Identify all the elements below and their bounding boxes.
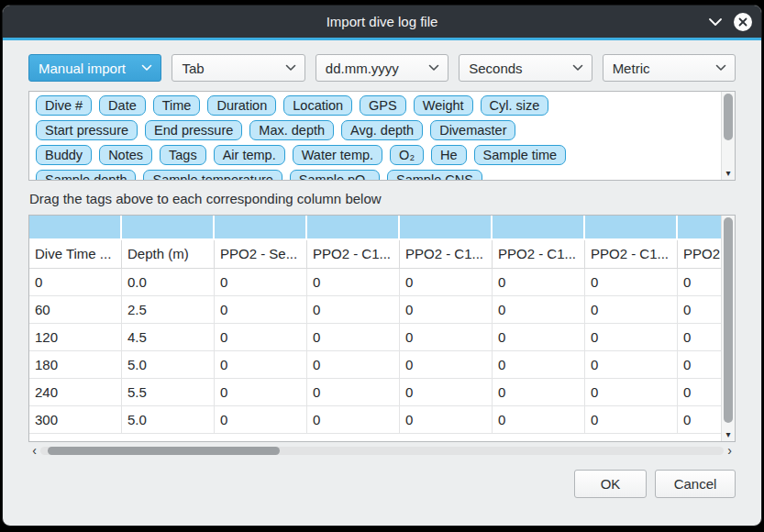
- units-value: Metric: [613, 61, 650, 76]
- tag-he[interactable]: He: [431, 145, 467, 165]
- date-format-select[interactable]: dd.mm.yyyy: [316, 54, 448, 82]
- table-cell: 0: [307, 324, 400, 351]
- tag-notes[interactable]: Notes: [99, 145, 152, 165]
- close-icon: [734, 13, 752, 31]
- tag-row: BuddyNotesTagsAir temp.Water temp.O₂HeSa…: [36, 145, 714, 165]
- tag-sample-po[interactable]: Sample pO₂: [290, 170, 380, 180]
- table-hscrollbar[interactable]: ‹ ›: [28, 444, 736, 458]
- column-header[interactable]: PPO2 - C1...: [585, 240, 678, 268]
- tag-sample-depth[interactable]: Sample depth: [36, 170, 136, 180]
- table-cell: 0: [493, 296, 585, 324]
- dialog-buttons: OK Cancel: [28, 470, 736, 498]
- table-cell: 0: [678, 269, 722, 296]
- column-header[interactable]: PPO2 - C1...: [400, 240, 493, 268]
- table-vscrollbar[interactable]: ▾: [721, 216, 735, 441]
- tag-divemaster[interactable]: Divemaster: [430, 120, 515, 140]
- tag-row: Dive #DateTimeDurationLocationGPSWeightC…: [36, 95, 714, 116]
- units-select[interactable]: Metric: [603, 54, 736, 82]
- table-cell: 0: [585, 324, 678, 351]
- hscroll-track[interactable]: [40, 447, 724, 455]
- drag-hint-label: Drag the tags above to each correspondin…: [29, 191, 736, 206]
- table-row: 602.5000000: [29, 296, 722, 324]
- tag-tags[interactable]: Tags: [160, 145, 206, 165]
- cancel-button[interactable]: Cancel: [655, 470, 736, 498]
- scrollbar-thumb[interactable]: [724, 94, 733, 140]
- table-cell: 5.5: [122, 379, 215, 406]
- column-drop-cell[interactable]: [585, 216, 676, 238]
- tag-location[interactable]: Location: [283, 95, 352, 116]
- column-header[interactable]: PPO2 - C1...: [307, 240, 400, 268]
- tag-start-pressure[interactable]: Start pressure: [36, 120, 138, 140]
- tag-buddy[interactable]: Buddy: [36, 145, 92, 165]
- field-separator-select[interactable]: Tab: [172, 54, 304, 82]
- tag-avg-depth[interactable]: Avg. depth: [341, 120, 423, 140]
- scroll-down-arrow-icon[interactable]: ▾: [722, 167, 735, 180]
- window-title: Import dive log file: [327, 14, 438, 29]
- column-header[interactable]: PPO2 - Se...: [215, 240, 307, 268]
- tag-pool: Dive #DateTimeDurationLocationGPSWeightC…: [29, 92, 735, 180]
- scrollbar-thumb[interactable]: [48, 447, 280, 455]
- table-cell: 0: [307, 406, 400, 434]
- tag-gps[interactable]: GPS: [360, 95, 406, 116]
- ok-button[interactable]: OK: [574, 470, 647, 498]
- table-cell: 0.0: [122, 269, 215, 296]
- tag-water-temp[interactable]: Water temp.: [293, 145, 382, 165]
- column-drop-cell[interactable]: [493, 216, 583, 238]
- shade-button[interactable]: [708, 17, 723, 27]
- import-type-select[interactable]: Manual import: [28, 54, 161, 82]
- table-cell: 0: [29, 269, 122, 296]
- table-cell: 0: [678, 406, 722, 434]
- tag-time[interactable]: Time: [153, 95, 201, 116]
- column-header[interactable]: PPO2 - C1...: [493, 240, 585, 268]
- scrollbar-thumb[interactable]: [724, 217, 733, 423]
- scroll-down-arrow-icon[interactable]: ▾: [722, 428, 735, 441]
- tag-cyl-size[interactable]: Cyl. size: [481, 95, 549, 116]
- tag-sample-temperature[interactable]: Sample temperature: [143, 170, 282, 180]
- scroll-right-arrow-icon[interactable]: ›: [724, 444, 736, 458]
- close-button[interactable]: [734, 13, 752, 31]
- column-drop-cell[interactable]: [307, 216, 398, 238]
- column-header[interactable]: Depth (m): [122, 240, 215, 268]
- tag-end-pressure[interactable]: End pressure: [145, 120, 242, 140]
- column-header[interactable]: Dive Time ...: [29, 240, 122, 268]
- table-cell: 0: [215, 406, 307, 434]
- tag-sample-time[interactable]: Sample time: [474, 145, 567, 165]
- column-header-row: Dive Time ...Depth (m)PPO2 - Se...PPO2 -…: [29, 240, 722, 269]
- scroll-left-arrow-icon[interactable]: ‹: [28, 444, 40, 458]
- column-drop-row: [29, 216, 722, 238]
- table-cell: 0: [400, 379, 493, 406]
- tag-row: Start pressureEnd pressureMax. depthAvg.…: [36, 120, 714, 140]
- tag-o[interactable]: O₂: [390, 145, 424, 165]
- table-cell: 0: [585, 269, 678, 296]
- titlebar[interactable]: Import dive log file: [3, 6, 761, 38]
- tag-dive[interactable]: Dive #: [36, 95, 92, 116]
- duration-format-select[interactable]: Seconds: [459, 54, 592, 82]
- tag-sample-cns[interactable]: Sample CNS: [387, 170, 482, 180]
- date-format-value: dd.mm.yyyy: [326, 61, 399, 76]
- tag-weight[interactable]: Weight: [414, 95, 473, 116]
- table-cell: 5.0: [122, 406, 215, 434]
- table-cell: 0: [493, 269, 585, 296]
- table-cell: 0: [585, 379, 678, 406]
- duration-format-value: Seconds: [469, 61, 522, 76]
- column-header[interactable]: PPO2 - C1...: [678, 240, 722, 268]
- tag-max-depth[interactable]: Max. depth: [249, 120, 334, 140]
- table-cell: 0: [307, 379, 400, 406]
- table-row: 1204.5000000: [29, 324, 722, 351]
- field-separator-value: Tab: [182, 61, 204, 76]
- tag-area: Dive #DateTimeDurationLocationGPSWeightC…: [28, 91, 736, 181]
- tag-duration[interactable]: Duration: [207, 95, 276, 116]
- column-drop-cell[interactable]: [215, 216, 305, 238]
- tag-air-temp[interactable]: Air temp.: [214, 145, 285, 165]
- table-cell: 0: [307, 296, 400, 324]
- tag-date[interactable]: Date: [99, 95, 146, 116]
- table-row: 00.0000000: [29, 269, 722, 296]
- column-drop-cell[interactable]: [678, 216, 722, 238]
- table-cell: 0: [215, 269, 307, 296]
- preview-table-inner: Dive Time ...Depth (m)PPO2 - Se...PPO2 -…: [29, 216, 722, 441]
- column-drop-cell[interactable]: [400, 216, 491, 238]
- column-drop-cell[interactable]: [122, 216, 213, 238]
- column-drop-cell[interactable]: [29, 216, 120, 238]
- table-cell: 0: [493, 379, 585, 406]
- tag-scrollbar[interactable]: ▾: [721, 92, 735, 180]
